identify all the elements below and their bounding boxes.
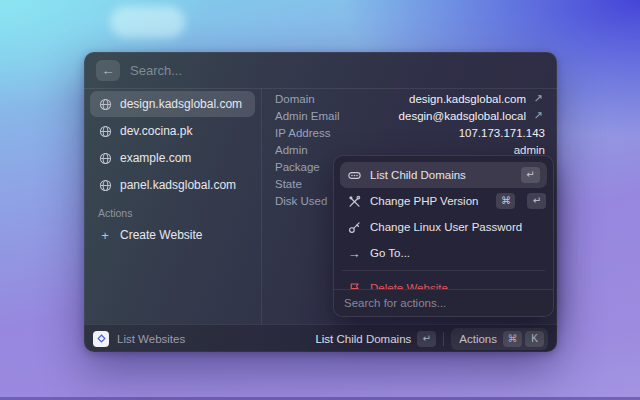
- primary-action-label: List Child Domains: [315, 333, 411, 345]
- actions-button[interactable]: Actions ⌘K: [451, 328, 548, 350]
- key-icon: [347, 220, 361, 234]
- flag-icon: [347, 281, 361, 289]
- key-cmd-badge: ⌘: [503, 331, 522, 347]
- actions-button-label: Actions: [459, 333, 497, 345]
- desktop-wallpaper: ← design.kadsglobal.comdev.cocina.pkexam…: [0, 0, 640, 400]
- search-bar: ←: [84, 52, 557, 89]
- detail-row: IP Address107.173.171.143: [275, 124, 545, 141]
- sidebar-item-create-website[interactable]: +Create Website: [90, 222, 255, 248]
- status-bar: List Websites List Child Domains ↵ Actio…: [84, 324, 557, 352]
- sidebar-item-website[interactable]: dev.cocina.pk: [90, 118, 255, 144]
- sidebar-actions-list: +Create Website: [90, 222, 255, 248]
- detail-label: Domain: [275, 93, 315, 105]
- globe-icon: [98, 178, 112, 192]
- globe-icon: [98, 151, 112, 165]
- detail-value-text: design.kadsglobal.com: [409, 93, 526, 105]
- actions-menu-search: [334, 289, 553, 316]
- detail-label: Package: [275, 161, 320, 173]
- launcher-window: ← design.kadsglobal.comdev.cocina.pkexam…: [84, 52, 557, 352]
- actions-menu: List Child Domains↵Change PHP Version⌘↵C…: [333, 155, 554, 317]
- detail-label: IP Address: [275, 127, 330, 139]
- detail-value: admin: [514, 144, 545, 156]
- menu-item-label: Delete Website: [370, 282, 448, 289]
- sidebar-item-website[interactable]: design.kadsglobal.com: [90, 91, 255, 117]
- actions-menu-list: List Child Domains↵Change PHP Version⌘↵C…: [334, 156, 553, 289]
- footer-right: List Child Domains ↵ Actions ⌘K: [315, 328, 548, 350]
- primary-action-keys: ↵: [417, 331, 436, 347]
- command-title: List Websites: [117, 333, 185, 345]
- search-input[interactable]: [130, 63, 545, 78]
- key-k-badge: K: [525, 331, 544, 347]
- website-label: example.com: [120, 151, 191, 165]
- external-link-icon: ↗: [531, 92, 545, 106]
- menu-item[interactable]: →Go To...: [340, 240, 547, 266]
- wallpaper-cloud-blob: [110, 6, 185, 38]
- key-enter-badge: ↵: [527, 193, 546, 209]
- back-button[interactable]: ←: [96, 60, 120, 81]
- external-link-icon: ↗: [531, 109, 545, 123]
- key-enter-badge: ↵: [417, 331, 436, 347]
- arrow-right-icon: →: [347, 246, 361, 260]
- detail-value[interactable]: design.kadsglobal.com↗: [409, 92, 545, 106]
- menu-item[interactable]: Delete Website: [340, 275, 547, 289]
- website-list: design.kadsglobal.comdev.cocina.pkexampl…: [90, 91, 255, 198]
- detail-row: Admin Emaildesgin@kadsglobal.local↗: [275, 107, 545, 124]
- tools-icon: [347, 194, 361, 208]
- detail-value-text: admin: [514, 144, 545, 156]
- plus-icon: +: [98, 228, 112, 242]
- detail-value-text: 107.173.171.143: [459, 127, 545, 139]
- website-label: panel.kadsglobal.com: [120, 178, 236, 192]
- globe-icon: [98, 97, 112, 111]
- key-cmd-badge: ⌘: [496, 193, 515, 209]
- menu-item-label: Change PHP Version: [370, 195, 478, 207]
- detail-value[interactable]: desgin@kadsglobal.local↗: [399, 109, 545, 123]
- website-label: dev.cocina.pk: [120, 124, 193, 138]
- menu-item-label: List Child Domains: [370, 169, 466, 181]
- panel-app-icon: [93, 331, 109, 347]
- sidebar-action-label: Create Website: [120, 228, 202, 242]
- detail-label: Admin Email: [275, 110, 340, 122]
- menu-item[interactable]: Change Linux User Password: [340, 214, 547, 240]
- detail-label: State: [275, 178, 302, 190]
- primary-action-button[interactable]: List Child Domains ↵: [315, 331, 436, 347]
- menu-item[interactable]: List Child Domains↵: [340, 162, 547, 188]
- menu-item[interactable]: Change PHP Version⌘↵: [340, 188, 547, 214]
- detail-value: 107.173.171.143: [459, 127, 545, 139]
- detail-row: Domaindesign.kadsglobal.com↗: [275, 90, 545, 107]
- key-enter-badge: ↵: [521, 167, 540, 183]
- sidebar-section-label: Actions: [90, 207, 255, 219]
- detail-label: Disk Used: [275, 195, 327, 207]
- website-label: design.kadsglobal.com: [120, 97, 242, 111]
- sidebar-item-website[interactable]: panel.kadsglobal.com: [90, 172, 255, 198]
- actions-button-keys: ⌘K: [503, 331, 544, 347]
- arrow-left-icon: ←: [101, 63, 115, 77]
- globe-icon: [98, 124, 112, 138]
- detail-value-text: desgin@kadsglobal.local: [399, 110, 526, 122]
- list-pill-icon: [347, 168, 361, 182]
- actions-search-input[interactable]: [344, 297, 543, 309]
- menu-item-label: Go To...: [370, 247, 410, 259]
- menu-item-label: Change Linux User Password: [370, 221, 522, 233]
- sidebar-item-website[interactable]: example.com: [90, 145, 255, 171]
- menu-divider: [342, 270, 545, 271]
- sidebar: design.kadsglobal.comdev.cocina.pkexampl…: [84, 89, 262, 324]
- footer-divider: [443, 332, 444, 346]
- detail-label: Admin: [275, 144, 308, 156]
